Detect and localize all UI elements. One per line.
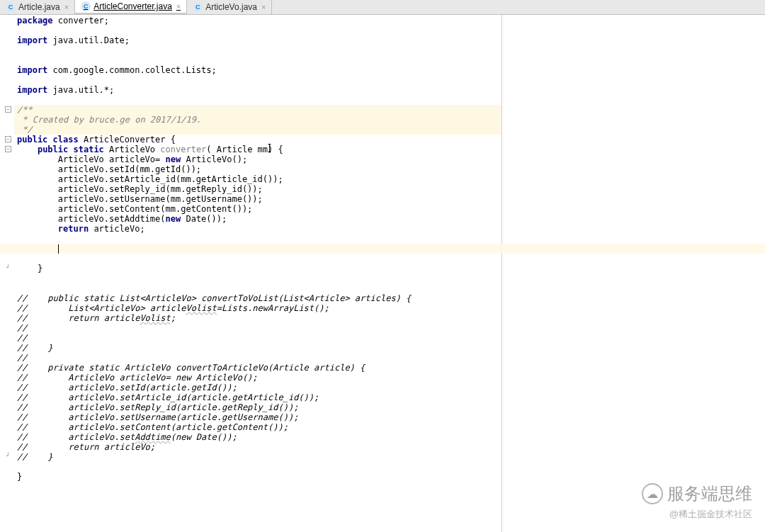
comment-line: // articleVo.setUsername(article.getUser… xyxy=(14,412,502,422)
code-line: ArticleVo articleVo= new ArticleVo(); xyxy=(14,154,502,164)
close-icon[interactable]: × xyxy=(175,2,182,11)
code-line xyxy=(14,75,502,85)
caret-line xyxy=(14,244,502,254)
javadoc-block: − /** * Created by bruce.ge on 2017/1/19… xyxy=(14,105,502,135)
tab-label: Article.java xyxy=(18,2,60,12)
code-line xyxy=(14,283,502,293)
fold-end-icon[interactable]: ┘ xyxy=(5,265,11,271)
code-line: } xyxy=(14,472,502,482)
code-line: articleVo.setReply_id(mm.getReply_id()); xyxy=(14,184,502,194)
tab-label: ArticleVo.java xyxy=(205,2,257,12)
code-line: public class ArticleConverter { xyxy=(14,135,502,145)
comment-line: // } xyxy=(14,343,502,353)
comment-line: // articleVo.setId(article.getId()); xyxy=(14,383,502,392)
comment-line: // private static ArticleVo convertToArt… xyxy=(14,363,502,373)
comment-line: // public static List<ArticleVo> convert… xyxy=(14,293,502,303)
code-line xyxy=(14,244,502,254)
editor-right-margin xyxy=(502,15,765,532)
close-icon[interactable]: × xyxy=(260,3,267,11)
code-line: import java.util.Date; xyxy=(14,35,502,45)
comment-line: // articleVo.setArticle_id(article.getAr… xyxy=(14,392,502,402)
comment-line: // articleVo.setContent(article.getConte… xyxy=(14,422,502,432)
code-line: articleVo.setUsername(mm.getUsername()); xyxy=(14,194,502,204)
tab-article[interactable]: C Article.java × xyxy=(0,0,75,14)
code-line xyxy=(14,234,502,244)
fold-end-icon[interactable]: ┘ xyxy=(5,453,11,460)
code-line: articleVo.setContent(mm.getContent()); xyxy=(14,204,502,214)
tab-article-converter[interactable]: C ArticleConverter.java × xyxy=(75,0,187,14)
editor-container: package converter; import java.util.Date… xyxy=(0,15,765,532)
code-line: import com.google.common.collect.Lists; xyxy=(14,65,502,75)
code-line: package converter; xyxy=(14,16,502,26)
javadoc-line: */ xyxy=(14,125,502,135)
text-caret xyxy=(58,244,59,254)
comment-line: // articleVo.setReply_id(article.getRepl… xyxy=(14,402,502,412)
javadoc-line: * Created by bruce.ge on 2017/1/19. xyxy=(14,115,502,125)
code-line: articleVo.setAddtime(new Date()); xyxy=(14,214,502,224)
tab-label: ArticleConverter.java xyxy=(94,1,172,11)
comment-line: // List<ArticleVo> articleVolist=Lists.n… xyxy=(14,303,502,313)
comment-line: // } xyxy=(14,452,502,462)
fold-toggle-icon[interactable]: − xyxy=(5,106,11,113)
comment-line: // xyxy=(14,333,502,343)
code-line: } xyxy=(14,264,502,273)
comment-line: // articleVo.setAddtime(new Date()); xyxy=(14,432,502,442)
code-line xyxy=(14,462,502,472)
code-line: articleVo.setId(mm.getId()); xyxy=(14,164,502,174)
code-line xyxy=(14,254,502,264)
code-line xyxy=(14,45,502,55)
code-line: public static ArticleVo converter( Artic… xyxy=(14,145,502,154)
comment-line: // ArticleVo articleVo= new ArticleVo(); xyxy=(14,373,502,383)
code-line: return articleVo; xyxy=(14,224,502,234)
comment-line: // return articleVo; xyxy=(14,442,502,452)
comment-line: // xyxy=(14,323,502,333)
javadoc-line: /** xyxy=(14,105,502,115)
editor-tab-bar: C Article.java × C ArticleConverter.java… xyxy=(0,0,765,15)
code-line xyxy=(14,273,502,283)
java-class-icon: C xyxy=(6,2,16,12)
comment-line: // xyxy=(14,353,502,363)
code-line: articleVo.setArticle_id(mm.getArticle_id… xyxy=(14,174,502,184)
tab-article-vo[interactable]: C ArticleVo.java × xyxy=(187,0,272,14)
code-line xyxy=(14,26,502,35)
code-line xyxy=(14,95,502,105)
code-editor[interactable]: package converter; import java.util.Date… xyxy=(14,15,502,532)
comment-line: // return articleVolist; xyxy=(14,313,502,323)
fold-toggle-icon[interactable]: − xyxy=(5,136,11,142)
fold-toggle-icon[interactable]: − xyxy=(5,146,11,152)
java-class-icon: C xyxy=(81,1,91,11)
code-line xyxy=(14,55,502,65)
code-line: import java.util.*; xyxy=(14,85,502,95)
java-class-icon: C xyxy=(193,2,203,12)
close-icon[interactable]: × xyxy=(63,3,70,11)
